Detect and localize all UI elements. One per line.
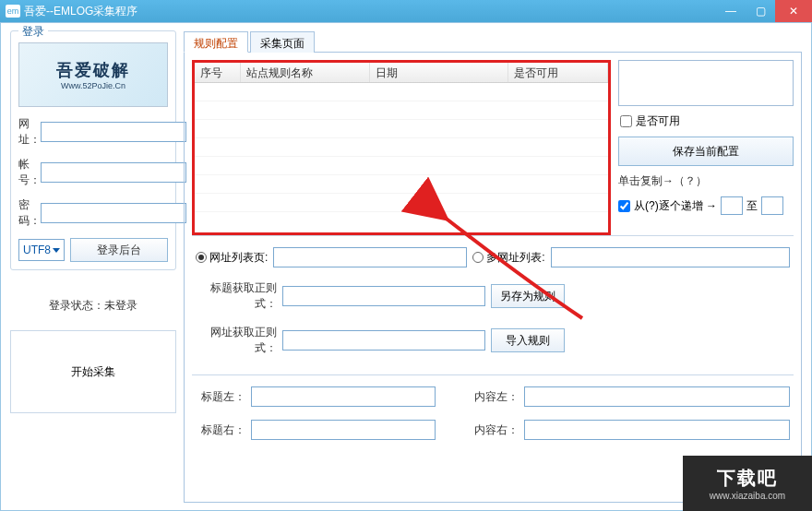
start-box: 开始采集 xyxy=(10,330,176,413)
rules-table[interactable]: 序号 站点规则名称 日期 是否可用 xyxy=(192,60,611,235)
watermark-url: www.xiazaiba.com xyxy=(710,491,785,501)
title-bounds-row: 标题左： 内容左： xyxy=(196,386,790,407)
increment-checkbox[interactable] xyxy=(618,200,630,212)
rule-panel: 序号 站点规则名称 日期 是否可用 xyxy=(184,53,802,503)
pass-input[interactable] xyxy=(41,203,186,223)
user-label: 帐号： xyxy=(18,157,41,188)
tab-collect-page[interactable]: 采集页面 xyxy=(250,31,315,53)
enable-label: 是否可用 xyxy=(636,113,680,129)
save-config-button[interactable]: 保存当前配置 xyxy=(618,137,794,166)
increment-to-input[interactable] xyxy=(761,196,783,215)
url-list-radio[interactable]: 网址列表页: xyxy=(196,250,268,266)
user-input[interactable] xyxy=(41,162,186,183)
encoding-value: UTF8 xyxy=(23,244,51,256)
logo: 吾爱破解 Www.52PoJie.Cn xyxy=(18,42,168,107)
window-title: 吾爱--EMLOG采集程序 xyxy=(24,4,716,19)
watermark: 下载吧 www.xiazaiba.com xyxy=(683,456,812,511)
url-section: 网址列表页: 多网址列表: 标题获取正则式： 另存为规则 网址获取正则式： xyxy=(192,235,794,374)
table-row xyxy=(195,120,608,138)
multi-url-label: 多网址列表: xyxy=(486,250,544,266)
chevron-down-icon xyxy=(53,248,60,253)
table-row xyxy=(195,101,608,120)
url-input[interactable] xyxy=(41,122,186,142)
url-regex-input[interactable] xyxy=(282,330,485,351)
url-regex-label: 网址获取正则式： xyxy=(196,325,277,356)
content-right-input[interactable] xyxy=(524,420,790,440)
title-left-label: 标题左： xyxy=(196,389,245,405)
table-header: 序号 站点规则名称 日期 是否可用 xyxy=(195,63,608,83)
increment-label: 从(?)逐个递增 → xyxy=(634,198,717,214)
user-row: 帐号： xyxy=(18,157,168,188)
tab-rule-config[interactable]: 规则配置 xyxy=(184,31,248,53)
multi-url-radio[interactable]: 多网址列表: xyxy=(472,250,544,266)
save-as-rule-button[interactable]: 另存为规则 xyxy=(491,284,565,308)
table-body xyxy=(195,83,608,212)
title-regex-row: 标题获取正则式： 另存为规则 xyxy=(196,280,790,312)
table-row xyxy=(195,175,608,194)
increment-row: 从(?)逐个递增 → 至 xyxy=(618,196,794,215)
right-column: 是否可用 保存当前配置 单击复制→（？） 从(?)逐个递增 → 至 xyxy=(618,60,794,235)
logo-text: 吾爱破解 xyxy=(56,59,130,81)
th-enabled: 是否可用 xyxy=(508,63,608,82)
url-list-row: 网址列表页: 多网址列表: xyxy=(196,247,790,267)
title-regex-input[interactable] xyxy=(282,286,485,306)
title-right-row: 标题右： 内容右： xyxy=(196,420,790,440)
increment-to-label: 至 xyxy=(746,198,758,214)
content-section: 标题左： 内容左： 标题右： 内容右： xyxy=(192,374,794,458)
login-group-title: 登录 xyxy=(18,24,48,40)
url-row: 网址： xyxy=(18,116,168,148)
sidebar: 登录 吾爱破解 Www.52PoJie.Cn 网址： 帐号： 密码： UTF8 xyxy=(10,30,176,413)
radio-icon xyxy=(472,252,484,263)
app-icon: em xyxy=(6,5,20,18)
multi-url-input[interactable] xyxy=(551,247,790,267)
start-collect-button[interactable]: 开始采集 xyxy=(71,364,115,380)
table-row xyxy=(195,83,608,101)
enable-checkbox[interactable] xyxy=(620,115,632,127)
pass-row: 密码： xyxy=(18,197,168,229)
encoding-row: UTF8 登录后台 xyxy=(18,238,168,262)
th-seq: 序号 xyxy=(195,63,241,82)
title-left-input[interactable] xyxy=(251,386,436,407)
content-left-label: 内容左： xyxy=(469,389,519,405)
upper-section: 序号 站点规则名称 日期 是否可用 xyxy=(192,60,794,235)
url-regex-row: 网址获取正则式： 导入规则 xyxy=(196,325,790,356)
maximize-button[interactable]: ▢ xyxy=(746,0,775,22)
content-left-input[interactable] xyxy=(524,386,790,407)
login-group: 登录 吾爱破解 Www.52PoJie.Cn 网址： 帐号： 密码： UTF8 xyxy=(10,30,176,270)
table-row xyxy=(195,138,608,157)
logo-url: Www.52PoJie.Cn xyxy=(61,81,125,90)
radio-icon xyxy=(196,252,207,263)
login-button[interactable]: 登录后台 xyxy=(70,238,168,262)
increment-from-input[interactable] xyxy=(721,196,743,215)
title-bar: em 吾爱--EMLOG采集程序 — ▢ ✕ xyxy=(0,0,812,22)
copy-hint: 单击复制→（？） xyxy=(618,173,794,189)
enable-row: 是否可用 xyxy=(618,113,794,129)
watermark-text: 下载吧 xyxy=(717,466,778,491)
rule-name-input[interactable] xyxy=(618,60,794,106)
encoding-select[interactable]: UTF8 xyxy=(18,239,65,261)
url-label: 网址： xyxy=(18,116,41,148)
url-list-label: 网址列表页: xyxy=(209,250,268,266)
title-right-label: 标题右： xyxy=(196,422,245,438)
login-status: 登录状态：未登录 xyxy=(10,281,176,330)
th-name: 站点规则名称 xyxy=(241,63,370,82)
table-row xyxy=(195,157,608,175)
tab-bar: 规则配置 采集页面 xyxy=(184,30,802,53)
minimize-button[interactable]: — xyxy=(716,0,746,22)
main-area: 规则配置 采集页面 序号 站点规则名称 日期 是否可用 xyxy=(184,30,802,503)
table-row xyxy=(195,194,608,212)
url-list-input[interactable] xyxy=(273,247,467,267)
th-date: 日期 xyxy=(370,63,508,82)
close-button[interactable]: ✕ xyxy=(775,0,812,22)
title-regex-label: 标题获取正则式： xyxy=(196,280,277,312)
pass-label: 密码： xyxy=(18,197,41,229)
content-right-label: 内容右： xyxy=(469,422,519,438)
client-area: 登录 吾爱破解 Www.52PoJie.Cn 网址： 帐号： 密码： UTF8 xyxy=(0,22,812,511)
title-right-input[interactable] xyxy=(251,420,436,440)
import-rule-button[interactable]: 导入规则 xyxy=(491,328,565,352)
